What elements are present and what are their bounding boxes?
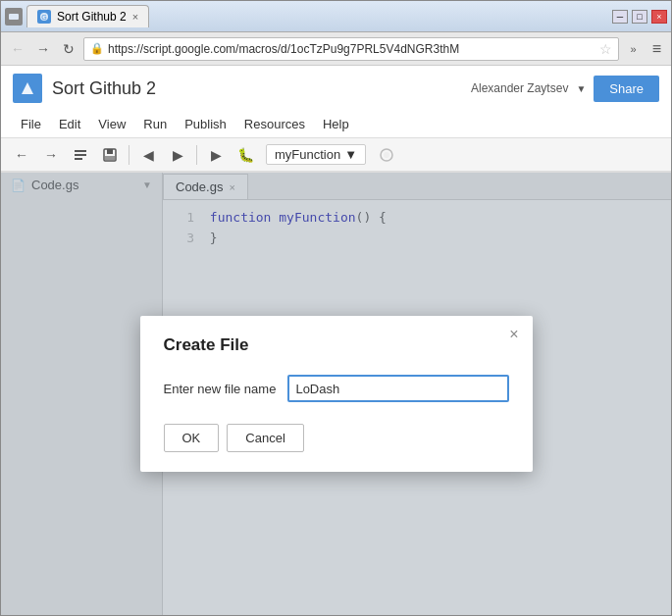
app-header: Sort Github 2 Alexander Zaytsev ▼ Share … <box>1 66 671 173</box>
browser-tab[interactable]: G Sort Github 2 × <box>26 5 149 27</box>
format-button[interactable] <box>68 142 93 168</box>
browser-window: G Sort Github 2 × ─ □ × ← → ↻ 🔒 https://… <box>0 0 672 616</box>
menu-item-edit[interactable]: Edit <box>51 114 88 134</box>
svg-marker-4 <box>22 82 33 94</box>
tab-label: Sort Github 2 <box>57 10 127 24</box>
back-button[interactable]: ← <box>7 38 28 60</box>
svg-rect-5 <box>75 150 86 152</box>
address-input[interactable]: 🔒 https://script.google.com/macros/d/1oc… <box>83 37 619 61</box>
toolbar-separator-2 <box>196 145 197 165</box>
minimize-button[interactable]: ─ <box>612 10 628 24</box>
dialog-close-button[interactable]: × <box>509 326 518 343</box>
history-forward-button[interactable]: ▶ <box>165 142 190 168</box>
restore-button[interactable]: □ <box>632 10 647 24</box>
lock-icon: 🔒 <box>90 42 104 55</box>
menu-item-view[interactable]: View <box>90 114 133 134</box>
svg-rect-9 <box>107 149 113 154</box>
redo-button[interactable]: → <box>38 142 64 168</box>
menu-item-help[interactable]: Help <box>315 114 357 134</box>
reload-button[interactable]: ↻ <box>58 38 79 60</box>
share-button[interactable]: Share <box>594 76 659 102</box>
forward-button[interactable]: → <box>32 38 54 60</box>
user-info: Alexander Zaytsev ▼ Share <box>471 76 659 102</box>
function-name: myFunction <box>275 147 340 162</box>
debug-button[interactable]: 🐛 <box>233 142 258 168</box>
svg-point-12 <box>384 152 389 158</box>
address-bar: ← → ↻ 🔒 https://script.google.com/macros… <box>1 32 671 66</box>
svg-text:G: G <box>41 14 46 21</box>
menu-bar: File Edit View Run Publish Resources Hel… <box>1 111 671 138</box>
undo-button[interactable]: ← <box>9 142 34 168</box>
history-back-button[interactable]: ◀ <box>135 142 161 168</box>
save-button[interactable] <box>97 142 123 168</box>
svg-rect-1 <box>9 14 19 20</box>
file-name-input[interactable] <box>287 375 508 402</box>
function-dropdown-icon: ▼ <box>344 147 357 162</box>
browser-menu-button[interactable]: ≡ <box>648 40 665 58</box>
tab-close-btn[interactable]: × <box>132 11 138 23</box>
menu-item-publish[interactable]: Publish <box>177 114 234 134</box>
menu-item-resources[interactable]: Resources <box>236 114 313 134</box>
menu-item-run[interactable]: Run <box>135 114 175 134</box>
dialog-actions: OK Cancel <box>164 424 509 452</box>
extensions-button[interactable]: » <box>623 38 645 60</box>
title-bar: G Sort Github 2 × ─ □ × <box>1 1 671 32</box>
main-area: 📄 Code.gs ▼ Code.gs × 1 function myFunct… <box>1 173 671 615</box>
cancel-button[interactable]: Cancel <box>227 424 303 452</box>
app-logo <box>13 74 42 103</box>
bookmark-icon[interactable]: ☆ <box>599 41 612 57</box>
create-file-dialog: × Create File Enter new file name OK Can… <box>140 316 533 472</box>
tab-favicon: G <box>37 10 51 24</box>
run-button[interactable]: ▶ <box>203 142 229 168</box>
user-chevron-icon: ▼ <box>576 83 586 94</box>
dialog-label: Enter new file name <box>164 382 277 396</box>
svg-rect-6 <box>75 154 86 156</box>
app-title: Sort Github 2 <box>52 78 156 99</box>
svg-rect-10 <box>105 156 115 160</box>
close-button[interactable]: × <box>651 10 667 24</box>
svg-rect-7 <box>75 158 82 160</box>
url-display: https://script.google.com/macros/d/1ocTz… <box>108 42 459 56</box>
dialog-overlay: × Create File Enter new file name OK Can… <box>1 173 671 615</box>
app-title-row: Sort Github 2 Alexander Zaytsev ▼ Share <box>1 66 671 111</box>
toolbar-separator <box>129 145 129 165</box>
menu-item-file[interactable]: File <box>13 114 49 134</box>
username: Alexander Zaytsev <box>471 81 568 95</box>
function-selector[interactable]: myFunction ▼ <box>266 144 366 165</box>
ok-button[interactable]: OK <box>164 424 220 452</box>
window-controls: ─ □ × <box>612 10 667 24</box>
browser-icon <box>5 8 23 26</box>
hint-button[interactable] <box>374 142 399 168</box>
dialog-title: Create File <box>164 335 509 355</box>
dialog-field: Enter new file name <box>164 375 509 402</box>
toolbar: ← → ◀ ▶ ▶ 🐛 <box>1 138 671 172</box>
